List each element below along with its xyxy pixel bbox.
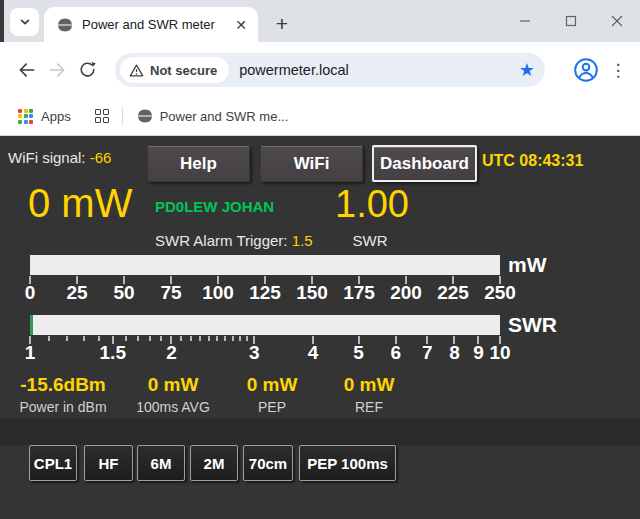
tick-mark <box>66 336 68 341</box>
forward-arrow-icon <box>47 60 67 80</box>
bookmark-star-icon[interactable]: ★ <box>519 61 535 79</box>
scale-label: 175 <box>343 282 375 304</box>
scale-label: 9 <box>473 342 484 364</box>
callsign: PD0LEW JOHAN <box>155 198 274 215</box>
stat-label: 100ms AVG <box>121 399 225 415</box>
address-bar[interactable]: Not secure powermeter.local ★ <box>115 53 545 87</box>
reading-list-icon[interactable] <box>95 109 109 123</box>
close-icon <box>611 15 623 27</box>
swr-alarm-value: 1.5 <box>292 232 313 249</box>
scale-label: 225 <box>437 282 469 304</box>
wifi-signal-label: WiFi signal: <box>8 149 86 166</box>
back-button[interactable] <box>12 55 42 85</box>
tick-mark <box>246 336 248 341</box>
back-arrow-icon <box>17 60 37 80</box>
stat-label: Power in dBm <box>11 399 115 415</box>
swr-alarm: SWR Alarm Trigger: 1.5 <box>155 232 313 249</box>
window-maximize-button[interactable] <box>548 0 594 42</box>
power-swr-meter-page: WiFi signal: -66 Help WiFi Dashboard UTC… <box>0 136 640 519</box>
2m-button[interactable]: 2M <box>190 445 238 481</box>
scale-label: 4 <box>308 342 319 364</box>
tick-mark <box>208 336 210 341</box>
tick-mark <box>224 336 226 341</box>
apps-grid-icon[interactable] <box>18 109 33 124</box>
tick-mark <box>216 336 218 341</box>
scale-label: 8 <box>449 342 460 364</box>
scale-label: 150 <box>296 282 328 304</box>
scale-label: 250 <box>484 282 516 304</box>
window-close-button[interactable] <box>594 0 640 42</box>
tick-mark <box>232 336 234 341</box>
wifi-button[interactable]: WiFi <box>260 145 363 182</box>
scale-label: 2 <box>166 342 177 364</box>
security-chip[interactable]: Not secure <box>120 57 229 83</box>
scale-label: 3 <box>249 342 260 364</box>
70cm-button[interactable]: 70cm <box>243 445 293 481</box>
tab-title: Power and SWR meter <box>82 17 232 32</box>
power-meter-unit: mW <box>508 253 547 277</box>
apps-label[interactable]: Apps <box>41 109 71 124</box>
wifi-signal: WiFi signal: -66 <box>8 149 111 166</box>
stat-ref: 0 mW REF <box>317 374 421 415</box>
swr-meter-bar <box>30 315 500 335</box>
stat-label: PEP <box>220 399 324 415</box>
reload-icon <box>78 60 97 79</box>
tick-mark <box>149 336 151 341</box>
reload-button[interactable] <box>72 55 102 85</box>
wifi-signal-value: -66 <box>90 149 112 166</box>
window-minimize-button[interactable] <box>502 0 548 42</box>
tab-close-icon[interactable]: ✕ <box>232 16 250 34</box>
url-text: powermeter.local <box>239 62 519 78</box>
window-edge <box>0 0 4 42</box>
scale-label: 0 <box>25 282 36 304</box>
swr-alarm-label: SWR Alarm Trigger: <box>155 232 288 249</box>
stat-dbm: -15.6dBm Power in dBm <box>11 374 115 415</box>
stat-value: 0 mW <box>220 374 324 396</box>
tab-search-button[interactable] <box>10 8 39 36</box>
section-divider <box>0 419 640 445</box>
cpl1-button[interactable]: CPL1 <box>29 445 77 481</box>
minimize-icon <box>519 15 531 27</box>
new-tab-button[interactable]: + <box>268 10 296 38</box>
stat-pep: 0 mW PEP <box>220 374 324 415</box>
tab-strip: Power and SWR meter ✕ + <box>0 0 640 42</box>
browser-menu-icon[interactable]: ⋮ <box>608 56 628 84</box>
scale-label: 1 <box>25 342 36 364</box>
scale-label: 6 <box>390 342 401 364</box>
tick-mark <box>180 336 182 341</box>
swr-meter-unit: SWR <box>508 313 557 337</box>
tick-mark <box>190 336 192 341</box>
hf-button[interactable]: HF <box>84 445 133 481</box>
globe-favicon-icon <box>57 17 73 33</box>
scale-label: 200 <box>390 282 422 304</box>
stat-value: 0 mW <box>121 374 225 396</box>
help-button[interactable]: Help <box>147 145 250 182</box>
maximize-icon <box>565 15 577 27</box>
stat-avg: 0 mW 100ms AVG <box>121 374 225 415</box>
power-readout: 0 mW <box>28 182 132 224</box>
tick-mark <box>239 336 241 341</box>
tick-mark <box>199 336 201 341</box>
security-chip-label: Not secure <box>150 63 217 78</box>
browser-toolbar: Not secure powermeter.local ★ ⋮ <box>0 42 640 97</box>
tick-mark <box>48 336 50 341</box>
tick-mark <box>137 336 139 341</box>
scale-label: 10 <box>489 342 510 364</box>
6m-button[interactable]: 6M <box>137 445 185 481</box>
globe-bookmark-icon <box>137 108 153 124</box>
swr-readout-caption: SWR <box>333 232 407 249</box>
power-meter-bar <box>30 255 500 275</box>
scale-label: 125 <box>249 282 281 304</box>
scale-label: 50 <box>113 282 134 304</box>
forward-button[interactable] <box>42 55 72 85</box>
browser-tab[interactable]: Power and SWR meter ✕ <box>44 7 258 42</box>
pep-100ms-button[interactable]: PEP 100ms <box>299 445 396 481</box>
bookmark-item[interactable]: Power and SWR me... <box>137 108 289 124</box>
swr-meter-fill <box>30 315 33 335</box>
chevron-down-icon <box>19 16 31 28</box>
scale-label: 25 <box>66 282 87 304</box>
tick-mark <box>98 336 100 341</box>
profile-avatar-icon[interactable] <box>573 57 599 83</box>
swr-readout: 1.00 <box>335 183 409 225</box>
dashboard-button[interactable]: Dashboard <box>372 145 477 182</box>
